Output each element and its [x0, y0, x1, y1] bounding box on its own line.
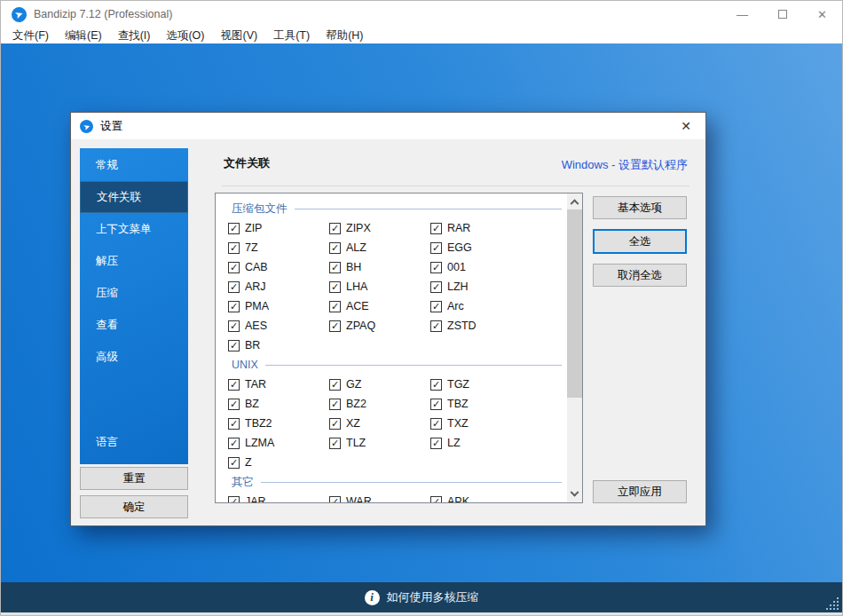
- sidebar-item[interactable]: 高级: [80, 341, 188, 373]
- scrollbar[interactable]: [567, 193, 582, 502]
- checkbox-checked-icon[interactable]: ✓: [228, 438, 240, 449]
- scroll-up-icon[interactable]: [567, 193, 582, 209]
- format-checkbox-item[interactable]: ✓ZIPX: [329, 222, 430, 234]
- checkbox-checked-icon[interactable]: ✓: [329, 223, 341, 234]
- action-button[interactable]: 基本选项: [593, 196, 687, 219]
- menu-item[interactable]: 选项(O): [158, 27, 212, 45]
- dialog-close-button[interactable]: ✕: [666, 113, 705, 139]
- menu-item[interactable]: 视图(V): [213, 27, 266, 45]
- action-button[interactable]: 取消全选: [593, 264, 687, 287]
- format-checkbox-item[interactable]: ✓Z: [228, 456, 329, 469]
- format-checkbox-item[interactable]: ✓TGZ: [430, 378, 532, 391]
- sidebar-item[interactable]: 压缩: [80, 277, 188, 309]
- sidebar-item[interactable]: 文件关联: [80, 181, 188, 213]
- checkbox-checked-icon[interactable]: ✓: [430, 320, 442, 332]
- checkbox-checked-icon[interactable]: ✓: [430, 418, 442, 430]
- checkbox-checked-icon[interactable]: ✓: [228, 379, 240, 391]
- checkbox-checked-icon[interactable]: ✓: [228, 399, 240, 410]
- checkbox-checked-icon[interactable]: ✓: [329, 242, 341, 254]
- checkbox-checked-icon[interactable]: ✓: [329, 301, 341, 312]
- checkbox-checked-icon[interactable]: ✓: [329, 399, 341, 410]
- apply-now-button[interactable]: 立即应用: [593, 480, 687, 503]
- format-checkbox-item[interactable]: ✓BH: [329, 261, 430, 273]
- windows-default-programs-link[interactable]: Windows - 设置默认程序: [562, 157, 688, 173]
- checkbox-checked-icon[interactable]: ✓: [228, 223, 240, 234]
- format-checkbox-item[interactable]: ✓ZPAQ: [329, 320, 430, 332]
- format-checkbox-item[interactable]: ✓XZ: [329, 417, 430, 430]
- minimize-button[interactable]: —: [722, 1, 762, 28]
- format-checkbox-item[interactable]: ✓TBZ2: [228, 417, 329, 430]
- format-checkbox-item[interactable]: ✓TXZ: [430, 417, 532, 430]
- checkbox-checked-icon[interactable]: ✓: [430, 242, 442, 254]
- checkbox-checked-icon[interactable]: ✓: [430, 301, 442, 312]
- format-checkbox-item[interactable]: ✓AES: [228, 320, 329, 332]
- format-checkbox-item[interactable]: ✓TAR: [228, 378, 329, 391]
- format-checkbox-item[interactable]: ✓JAR: [228, 495, 329, 503]
- menu-item[interactable]: 工具(T): [265, 27, 318, 45]
- checkbox-checked-icon[interactable]: ✓: [430, 399, 442, 410]
- format-checkbox-item[interactable]: ✓BR: [228, 339, 329, 351]
- checkbox-checked-icon[interactable]: ✓: [228, 457, 240, 469]
- checkbox-checked-icon[interactable]: ✓: [329, 438, 341, 449]
- checkbox-checked-icon[interactable]: ✓: [329, 281, 341, 293]
- checkbox-checked-icon[interactable]: ✓: [329, 262, 341, 273]
- format-checkbox-item[interactable]: ✓CAB: [228, 261, 329, 273]
- sidebar-item[interactable]: 语言: [80, 426, 188, 458]
- sidebar-item[interactable]: 解压: [80, 245, 188, 277]
- format-checkbox-item[interactable]: ✓RAR: [430, 222, 532, 234]
- checkbox-checked-icon[interactable]: ✓: [329, 320, 341, 332]
- status-link[interactable]: 如何使用多核压缩: [387, 589, 479, 605]
- format-checkbox-item[interactable]: ✓ACE: [329, 300, 430, 312]
- maximize-button[interactable]: [762, 1, 802, 28]
- menu-item[interactable]: 查找(I): [110, 27, 159, 45]
- checkbox-checked-icon[interactable]: ✓: [329, 418, 341, 430]
- scrollbar-thumb[interactable]: [567, 209, 582, 398]
- format-checkbox-item[interactable]: ✓EGG: [430, 241, 532, 254]
- checkbox-checked-icon[interactable]: ✓: [228, 242, 240, 254]
- format-checkbox-item[interactable]: ✓TBZ: [430, 398, 532, 410]
- format-checkbox-item[interactable]: ✓7Z: [228, 241, 329, 254]
- checkbox-checked-icon[interactable]: ✓: [430, 379, 442, 391]
- checkbox-checked-icon[interactable]: ✓: [228, 262, 240, 273]
- checkbox-checked-icon[interactable]: ✓: [430, 223, 442, 234]
- resize-grip-icon[interactable]: [826, 597, 839, 611]
- checkbox-checked-icon[interactable]: ✓: [228, 340, 240, 351]
- format-checkbox-item[interactable]: ✓LHA: [329, 280, 430, 293]
- sidebar-item[interactable]: 上下文菜单: [80, 213, 188, 245]
- checkbox-checked-icon[interactable]: ✓: [329, 379, 341, 391]
- checkbox-checked-icon[interactable]: ✓: [228, 320, 240, 332]
- format-checkbox-item[interactable]: ✓LZH: [430, 280, 532, 293]
- scroll-down-icon[interactable]: [567, 487, 582, 502]
- checkbox-checked-icon[interactable]: ✓: [228, 496, 240, 504]
- menu-item[interactable]: 帮助(H): [318, 27, 371, 45]
- checkbox-checked-icon[interactable]: ✓: [430, 438, 442, 449]
- format-checkbox-item[interactable]: ✓LZ: [430, 437, 532, 449]
- checkbox-checked-icon[interactable]: ✓: [329, 496, 341, 504]
- format-checkbox-item[interactable]: ✓PMA: [228, 300, 329, 312]
- format-checkbox-item[interactable]: ✓WAR: [329, 495, 430, 503]
- reset-button[interactable]: 重置: [80, 467, 188, 490]
- format-checkbox-item[interactable]: ✓ZSTD: [430, 320, 532, 332]
- format-checkbox-item[interactable]: ✓001: [430, 261, 532, 273]
- checkbox-checked-icon[interactable]: ✓: [430, 281, 442, 293]
- checkbox-checked-icon[interactable]: ✓: [228, 301, 240, 312]
- format-checkbox-item[interactable]: ✓ALZ: [329, 241, 430, 254]
- sidebar-item[interactable]: 常规: [80, 149, 188, 181]
- ok-button[interactable]: 确定: [80, 495, 188, 518]
- format-checkbox-item[interactable]: ✓Arc: [430, 300, 532, 312]
- format-checkbox-item[interactable]: ✓BZ2: [329, 398, 430, 410]
- checkbox-checked-icon[interactable]: ✓: [228, 281, 240, 293]
- format-checkbox-item[interactable]: ✓ARJ: [228, 280, 329, 293]
- checkbox-checked-icon[interactable]: ✓: [430, 496, 442, 504]
- select-all-button[interactable]: 全选: [593, 229, 687, 254]
- format-checkbox-item[interactable]: ✓TLZ: [329, 437, 430, 449]
- format-checkbox-item[interactable]: ✓LZMA: [228, 437, 329, 449]
- format-checkbox-item[interactable]: ✓APK: [430, 495, 532, 503]
- menu-item[interactable]: 文件(F): [4, 27, 57, 45]
- close-button[interactable]: ✕: [802, 1, 842, 28]
- checkbox-checked-icon[interactable]: ✓: [228, 418, 240, 430]
- sidebar-item[interactable]: 查看: [80, 309, 188, 341]
- menu-item[interactable]: 编辑(E): [57, 27, 110, 45]
- format-checkbox-item[interactable]: ✓ZIP: [228, 222, 329, 234]
- checkbox-checked-icon[interactable]: ✓: [430, 262, 442, 273]
